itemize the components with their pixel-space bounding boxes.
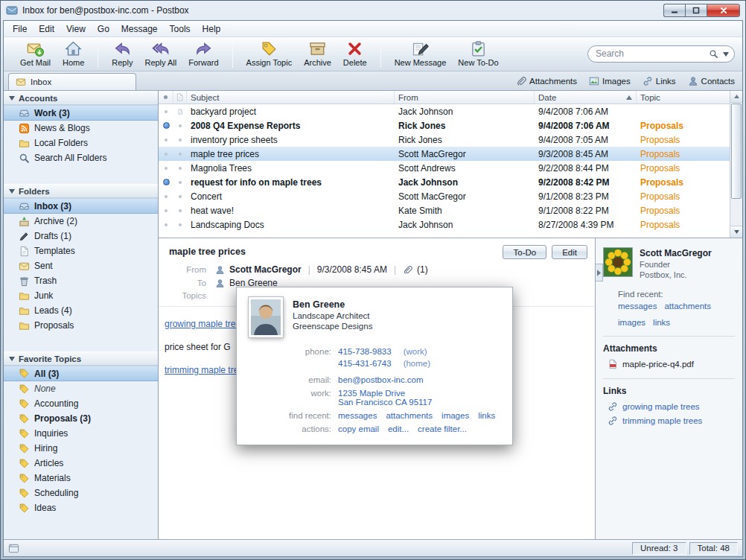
menu-tools[interactable]: Tools [164,22,197,36]
from-column-header[interactable]: From [395,91,535,104]
date-column-header[interactable]: Date [535,91,637,104]
accounts-header[interactable]: Accounts [4,91,158,105]
reply-all-button[interactable]: Reply All [138,39,182,69]
minimize-button[interactable] [663,4,685,17]
message-row[interactable]: 2008 Q4 Expense Reports Rick Jones 9/4/2… [159,118,730,133]
attachment-count[interactable]: (1) [417,264,428,275]
topic-column-header[interactable]: Topic [637,91,730,104]
read-column-header[interactable] [159,91,173,104]
new-message-button[interactable]: New Message [389,39,453,69]
message-list-scrollbar[interactable] [730,91,742,238]
maximize-button[interactable] [685,4,707,17]
link-item[interactable]: trimming maple trees [608,416,735,426]
address-line2[interactable]: San Francisco CA 95117 [338,398,500,407]
sidebar-item-junk[interactable]: Junk [4,288,158,303]
find-messages-link[interactable]: messages [618,302,657,311]
phone-work-link[interactable]: 415-738-9833 [338,347,392,356]
sidebar-item-news-blogs[interactable]: News & Blogs [4,121,158,136]
assign-topic-button[interactable]: Assign Topic [240,39,299,69]
panel-collapse-button[interactable] [596,264,603,281]
copy-email-action[interactable]: copy email [338,424,379,433]
menu-edit[interactable]: Edit [33,22,60,36]
sidebar-item-work[interactable]: Work (3) [4,105,158,121]
menu-view[interactable]: View [60,22,92,36]
close-button[interactable] [707,4,740,17]
sidebar-item-drafts[interactable]: Drafts (1) [4,229,158,244]
sidebar-item-inbox[interactable]: Inbox (3) [4,198,158,214]
archive-button[interactable]: Archive [298,39,337,69]
message-row[interactable]: Landscaping Docs Jack Johnson 8/27/2008 … [159,217,730,232]
message-row[interactable]: heat wave! Kate Smith 9/1/2008 8:22 PM P… [159,203,730,217]
topic-item-inquiries[interactable]: Inquiries [4,426,158,441]
message-row[interactable]: Concert Scott MacGregor 9/1/2008 8:23 PM… [159,189,730,203]
find-images-link[interactable]: images [441,411,469,420]
sidebar-item-sent[interactable]: Sent [4,258,158,273]
new-todo-button[interactable]: New To-Do [452,39,504,69]
email-link[interactable]: ben@postbox-inc.com [338,375,424,384]
topic-item-hiring[interactable]: Hiring [4,441,158,456]
message-row[interactable]: Magnolia Trees Scott Andrews 9/2/2008 8:… [159,161,730,175]
message-row[interactable]: request for info on maple trees Jack Joh… [159,175,730,189]
body-link-growing-maple-trees[interactable]: growing maple trees [165,319,245,329]
topic-item-proposals[interactable]: Proposals (3) [4,411,158,426]
images-filter-button[interactable]: Images [589,76,631,86]
topic-item-scheduling[interactable]: Scheduling [4,486,158,500]
reply-button[interactable]: Reply [106,39,138,69]
links-filter-button[interactable]: Links [643,76,676,86]
topic-item-articles[interactable]: Articles [4,456,158,471]
titlebar[interactable]: Inbox for ben@postbox-inc.com - Postbox [3,1,743,20]
search-dropdown-icon[interactable] [723,52,729,57]
topic-item-accounting[interactable]: Accounting [4,396,158,411]
sidebar-item-local-folders[interactable]: Local Folders [4,136,158,150]
find-messages-link[interactable]: messages [338,411,377,420]
contacts-filter-button[interactable]: Contacts [688,76,735,86]
preview-from-name[interactable]: Scott MacGregor [229,264,302,275]
folders-header[interactable]: Folders [4,184,158,198]
todo-button[interactable]: To-Do [503,245,546,259]
topic-item-materials[interactable]: Materials [4,471,158,486]
create-filter-action[interactable]: create filter... [418,424,467,433]
edit-button[interactable]: Edit [552,245,587,259]
find-attachments-link[interactable]: attachments [386,411,433,420]
delete-button[interactable]: Delete [337,39,373,69]
search-icon[interactable] [709,49,718,59]
forward-button[interactable]: Forward [182,39,224,69]
topic-item-none[interactable]: None [4,381,158,396]
tab-inbox[interactable]: Inbox [8,73,136,90]
sidebar-item-search-all-folders[interactable]: Search All Folders [4,150,158,165]
note-column-header[interactable] [173,91,187,104]
find-links-link[interactable]: links [478,411,495,420]
paperclip-icon[interactable] [403,265,412,275]
subject-column-header[interactable]: Subject [187,91,395,104]
phone-home-link[interactable]: 415-431-6743 [338,359,392,368]
get-mail-button[interactable]: Get Mail [14,39,57,69]
attachment-item[interactable]: maple-price-q4.pdf [603,359,735,369]
sidebar-item-leads[interactable]: Leads (4) [4,303,158,318]
link-item[interactable]: growing maple trees [608,401,735,412]
scroll-up-button[interactable] [730,91,742,103]
topic-item-ideas[interactable]: Ideas [4,500,158,515]
message-row-selected[interactable]: maple tree prices Scott MacGregor 9/3/20… [159,147,730,161]
home-button[interactable]: Home [57,39,90,69]
menu-help[interactable]: Help [197,22,227,36]
menu-message[interactable]: Message [115,22,164,36]
address-line1[interactable]: 1235 Maple Drive [338,389,500,398]
sidebar-item-trash[interactable]: Trash [4,273,158,288]
scrollbar-thumb[interactable] [731,104,742,199]
find-images-link[interactable]: images [618,318,645,327]
find-links-link[interactable]: links [653,318,670,327]
menu-file[interactable]: File [7,22,33,36]
attachments-filter-button[interactable]: Attachments [516,76,577,86]
sidebar-item-templates[interactable]: Templates [4,244,158,258]
message-row[interactable]: inventory price sheets Rick Jones 9/4/20… [159,133,730,147]
scroll-down-button[interactable] [730,226,742,238]
sidebar-item-proposals[interactable]: Proposals [4,318,158,333]
topic-item-all[interactable]: All (3) [4,366,158,381]
favorite-topics-header[interactable]: Favorite Topics [4,351,158,366]
sidebar-item-archive[interactable]: Archive (2) [4,214,158,229]
message-date: 9/1/2008 8:23 PM [535,191,637,202]
find-attachments-link[interactable]: attachments [664,302,711,311]
edit-contact-action[interactable]: edit... [388,424,409,433]
message-row[interactable]: backyard project Jack Johnson 9/4/2008 7… [159,104,730,118]
menu-go[interactable]: Go [92,22,115,36]
